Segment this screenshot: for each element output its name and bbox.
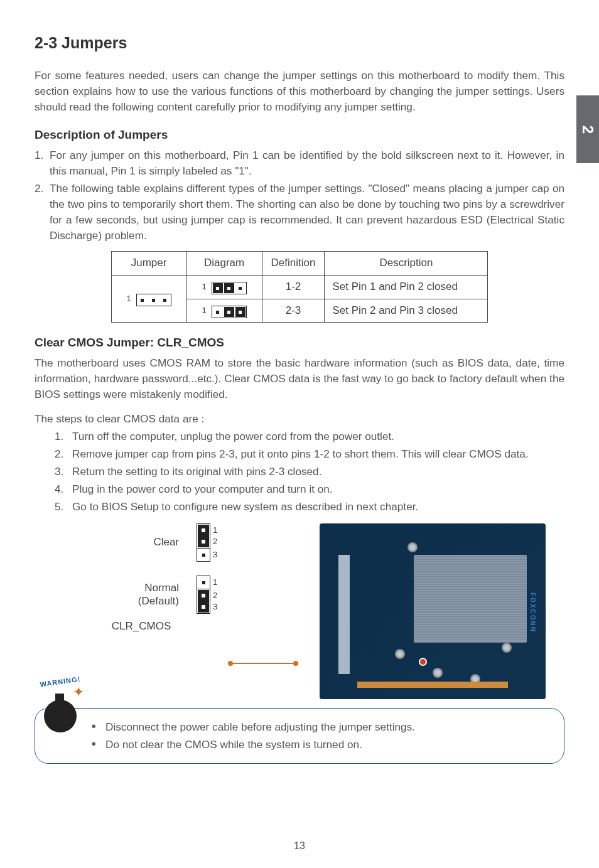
table-cell-description: Set Pin 2 and Pin 3 closed: [325, 299, 488, 323]
table-header: Diagram: [186, 252, 262, 276]
pin1-label: 1: [202, 282, 207, 291]
table-header: Definition: [262, 252, 325, 276]
clr-cmos-label: CLR_CMOS: [72, 619, 210, 635]
chapter-number: 2: [577, 125, 599, 133]
pin1-label: 1: [127, 294, 131, 303]
step-item: 2.Remove jumper cap from pins 2-3, put i…: [35, 446, 564, 462]
steps-intro: The steps to clear CMOS data are :: [35, 411, 564, 427]
table-cell-description: Set Pin 1 and Pin 2 closed: [325, 275, 488, 299]
list-text: The following table explains different t…: [50, 181, 564, 244]
table-cell-jumper: 1: [111, 275, 186, 322]
step-item: 5.Go to BIOS Setup to configure new syst…: [35, 499, 564, 515]
motherboard-image: FOXCONN: [320, 523, 546, 699]
list-item: 1. For any jumper on this motherboard, P…: [35, 147, 564, 179]
jumper-diagram-icon: [212, 306, 247, 318]
intro-paragraph: For some features needed, users can chan…: [35, 68, 564, 115]
table-cell-definition: 2-3: [262, 299, 325, 323]
jumper-clear-icon: 1 2: [197, 523, 210, 549]
warning-callout: WARNING! ✦ Disconnect the power cable be…: [35, 708, 564, 764]
list-item: 2. The following table explains differen…: [35, 181, 564, 244]
list-number: 2.: [35, 181, 50, 244]
warning-item: Disconnect the power cable before adjust…: [92, 719, 553, 735]
jumper-clear-icon-bottom: 3: [197, 548, 210, 562]
connector-line-icon: [232, 663, 294, 664]
pin1-label: 1: [202, 306, 207, 315]
table-cell-diagram: 1: [186, 299, 262, 323]
clr-cmos-diagram: Clear 1 2 3 Normal (Default): [72, 523, 564, 699]
warning-bomb-icon: WARNING! ✦: [33, 682, 88, 737]
table-header: Description: [325, 252, 488, 276]
table-cell-diagram: 1: [186, 275, 262, 299]
page-content: 2-3 Jumpers For some features needed, us…: [0, 0, 599, 789]
chapter-tab: 2: [576, 95, 599, 163]
table-header: Jumper: [111, 252, 186, 276]
clear-cmos-paragraph: The motherboard uses CMOS RAM to store t…: [35, 355, 564, 402]
normal-label: Normal (Default): [138, 582, 179, 608]
jumper-diagram-icon: [212, 282, 247, 294]
section-title: 2-3 Jumpers: [35, 31, 564, 54]
list-text: For any jumper on this motherboard, Pin …: [50, 147, 564, 179]
jumper-diagram-icon: [136, 294, 171, 306]
step-item: 4.Plug in the power cord to your compute…: [35, 481, 564, 497]
jumper-normal-icon: 2 3: [197, 589, 210, 614]
description-heading: Description of Jumpers: [35, 126, 564, 144]
table-cell-definition: 1-2: [262, 275, 325, 299]
page-number: 13: [0, 839, 599, 853]
jumper-normal-icon-top: 1: [197, 576, 210, 589]
step-item: 3.Return the setting to its original wit…: [35, 464, 564, 480]
board-brand: FOXCONN: [528, 592, 537, 633]
list-number: 1.: [35, 147, 50, 179]
jumper-table: Jumper Diagram Definition Description 1 …: [111, 251, 488, 323]
clear-label: Clear: [153, 536, 179, 549]
warning-item: Do not clear the CMOS while the system i…: [92, 737, 553, 753]
step-item: 1.Turn off the computer, unplug the powe…: [35, 429, 564, 444]
clear-cmos-heading: Clear CMOS Jumper: CLR_CMOS: [35, 334, 564, 351]
